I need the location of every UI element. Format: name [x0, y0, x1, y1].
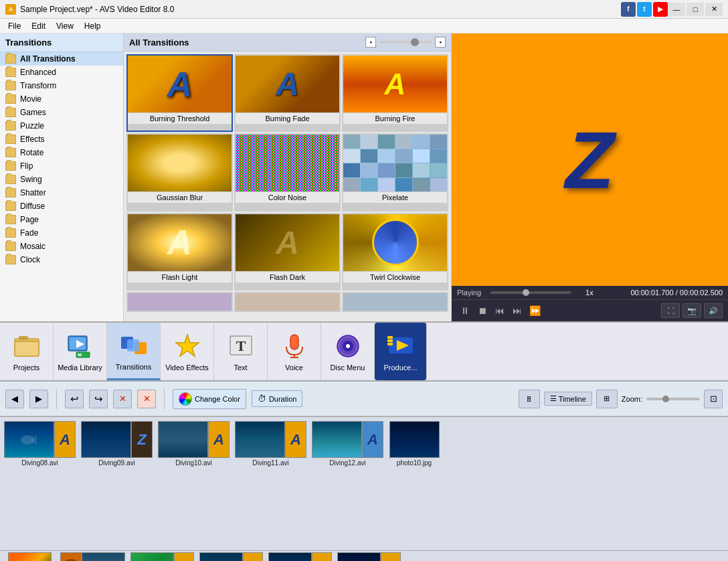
snapshot-button[interactable]: 📷 [682, 303, 701, 318]
sidebar-item-page[interactable]: Page [0, 213, 123, 226]
produce-icon [386, 331, 416, 361]
menu-edit[interactable]: Edit [26, 20, 51, 32]
transition-color-noise[interactable]: Color Noise [234, 133, 341, 211]
video-effects-button[interactable]: Video Effects [161, 323, 214, 380]
sidebar-item-all-transitions[interactable]: All Transitions [0, 52, 123, 66]
menu-view[interactable]: View [51, 20, 79, 32]
media-library-button[interactable]: Media Library [54, 323, 107, 380]
media-item-diving12[interactable]: A Diving12.avi [310, 420, 385, 468]
sidebar-item-shatter[interactable]: Shatter [0, 186, 123, 199]
transitions-grid: A Burning Threshold A Burning Fade A Bur… [124, 52, 451, 321]
sidebar-item-mosaic[interactable]: Mosaic [0, 240, 123, 253]
undo-button[interactable]: ↩ [65, 390, 84, 408]
transitions-icon [119, 331, 149, 360]
audio-mixer-button[interactable]: 🎚 [519, 390, 540, 408]
produce-button[interactable]: Produce... [375, 323, 427, 380]
transition-label: Burning Fire [343, 112, 447, 124]
produce-svg [387, 333, 414, 359]
grid-view-large-icon[interactable]: ▪ [435, 37, 446, 48]
change-color-button[interactable]: Change Color [173, 389, 246, 409]
maximize-button[interactable]: □ [687, 3, 704, 16]
fit-view-button[interactable]: ⊡ [704, 390, 723, 408]
transition-burning-threshold[interactable]: A Burning Threshold [126, 54, 233, 132]
transition-extra-3[interactable] [342, 292, 448, 312]
fullscreen-button[interactable]: ⛶ [661, 303, 680, 318]
sidebar-item-flip[interactable]: Flip [0, 159, 123, 173]
media-item-photo05[interactable]: A photo05.jpg [129, 551, 195, 561]
duration-button[interactable]: ⏱ Duration [252, 390, 303, 407]
media-item-photo10[interactable]: photo10.jpg [387, 420, 441, 468]
media-item-diving10[interactable]: A Diving10.avi [157, 420, 231, 468]
playback-slider[interactable] [490, 291, 571, 294]
timeline-view-button[interactable]: ☰ Timeline [544, 392, 592, 406]
expand-button[interactable]: ⊞ [596, 390, 618, 408]
voice-button[interactable]: Voice [268, 323, 321, 380]
transition-gaussian-blur[interactable]: Gaussian Blur [126, 133, 233, 211]
cancel-button[interactable]: ✕ [137, 390, 156, 408]
facebook-button[interactable]: f [621, 2, 636, 17]
projects-icon [12, 331, 41, 361]
sidebar-item-games[interactable]: Games [0, 106, 123, 119]
nav-forward-button[interactable]: ▶ [29, 390, 48, 408]
menu-file[interactable]: File [3, 20, 26, 32]
transition-burning-fade[interactable]: A Burning Fade [234, 54, 341, 132]
media-thumb [81, 421, 131, 458]
media-item-diving08[interactable]: A Diving08.avi [3, 420, 77, 468]
sidebar-label: Shatter [20, 188, 46, 197]
sidebar-item-puzzle[interactable]: Puzzle [0, 119, 123, 133]
volume-button[interactable]: 🔊 [704, 303, 723, 318]
transitions-button[interactable]: Transitions [107, 323, 161, 380]
play-pause-button[interactable]: ⏸ [457, 303, 473, 319]
sidebar-item-enhanced[interactable]: Enhanced [0, 66, 123, 79]
remove-button[interactable]: ✕ [113, 390, 132, 408]
prev-frame-button[interactable]: ⏮ [492, 303, 508, 319]
transition-twirl-clockwise[interactable]: Twirl Clockwise [342, 213, 448, 291]
media-item-diving09[interactable]: Z Diving09.avi [80, 420, 154, 468]
grid-view-small-icon[interactable]: ▪ [365, 37, 376, 48]
text-button[interactable]: T Text [214, 323, 268, 380]
media-item-photo08-r2[interactable]: photo08.jpg [3, 551, 56, 561]
transition-burning-fire[interactable]: A Burning Fire [342, 54, 448, 132]
youtube-button[interactable]: ▶ [653, 2, 668, 17]
transition-pixelate[interactable]: Pixelate [342, 133, 448, 211]
sidebar-item-transform[interactable]: Transform [0, 79, 123, 92]
transition-flash-dark[interactable]: A Flash Dark [234, 213, 341, 291]
svg-rect-2 [19, 336, 28, 340]
voice-icon [280, 331, 309, 361]
sidebar-item-effects[interactable]: Effects [0, 133, 123, 146]
projects-button[interactable]: Projects [0, 323, 54, 380]
media-item-photo09[interactable]: A photo09.jpg [198, 551, 264, 561]
menu-help[interactable]: Help [79, 20, 106, 32]
media-item-diving11[interactable]: A Diving11.avi [234, 420, 308, 468]
playback-speed: 1x [585, 289, 594, 297]
minimize-button[interactable]: — [668, 3, 685, 16]
sidebar-item-rotate[interactable]: Rotate [0, 146, 123, 159]
stop-button[interactable]: ⏹ [474, 303, 490, 319]
transition-flash-light[interactable]: A Flash Light [126, 213, 233, 291]
sidebar-label: Clock [20, 255, 40, 264]
media-item-photo11[interactable]: photo11.jpg [59, 551, 126, 561]
disc-menu-button[interactable]: Disc Menu [321, 323, 375, 380]
media-item-photo08[interactable] [337, 467, 390, 469]
media-item-photo01[interactable]: A photo01.jpg [336, 551, 402, 561]
close-button[interactable]: ✕ [705, 3, 723, 16]
transition-extra-1[interactable] [126, 292, 233, 312]
sidebar-item-movie[interactable]: Movie [0, 92, 123, 106]
sidebar-item-clock[interactable]: Clock [0, 253, 123, 266]
grid-size-slider[interactable] [379, 41, 432, 44]
zoom-slider[interactable] [646, 398, 700, 400]
twitter-button[interactable]: t [637, 2, 652, 17]
sidebar-item-swing[interactable]: Swing [0, 173, 123, 186]
redo-button[interactable]: ↪ [89, 390, 108, 408]
sidebar-item-diffuse[interactable]: Diffuse [0, 199, 123, 213]
transition-label: Flash Dark [236, 271, 339, 283]
transition-extra-2[interactable] [234, 292, 341, 312]
preview-screen: Z [452, 33, 728, 286]
sidebar-item-fade[interactable]: Fade [0, 226, 123, 240]
media-item-photo07[interactable]: A photo07.jpg [267, 551, 333, 561]
fast-forward-button[interactable]: ⏩ [527, 303, 543, 319]
thumb-letter: A [167, 64, 193, 104]
next-frame-button[interactable]: ⏭ [509, 303, 525, 319]
grid-title: All Transitions [129, 37, 189, 48]
nav-back-button[interactable]: ◀ [5, 390, 24, 408]
